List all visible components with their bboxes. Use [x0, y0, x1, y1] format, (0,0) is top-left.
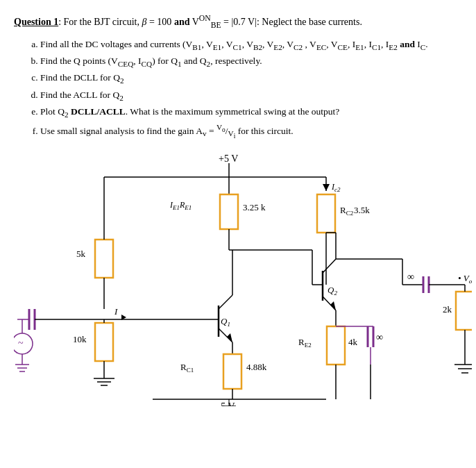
circuit-diagram: +5 V IE1RE1 3.25 k Ic2 RC2 3.5k	[14, 149, 472, 406]
svg-line-40	[323, 259, 336, 273]
circuit-svg: +5 V IE1RE1 3.25 k Ic2 RC2 3.5k	[14, 149, 472, 406]
r1-resistor	[95, 240, 113, 278]
question-header: Question 1: For the BJT circuit, β = 100…	[14, 12, 462, 31]
re1-label: IE1RE1	[169, 200, 192, 211]
current-label: I	[114, 306, 118, 317]
ic2-arrow	[323, 184, 330, 191]
re2-resistor	[327, 326, 345, 365]
part-e: Plot Q2 DCLL/ACLL. What is the maximum s…	[40, 104, 462, 121]
vo-label: • Vo	[458, 273, 472, 285]
svg-text:~: ~	[18, 338, 24, 349]
r2-label: 10k	[73, 334, 87, 344]
part-a: Find all the DC voltages and currents (V…	[40, 37, 462, 53]
re2-label: RE2	[298, 337, 312, 349]
bypass-cap-label: ∞	[376, 332, 383, 342]
r2-resistor	[95, 323, 113, 361]
rc1-resistor	[223, 354, 241, 389]
rc2-value: 3.5k	[354, 205, 370, 215]
ic2-label: Ic2	[331, 182, 341, 193]
rc1-label: RC1	[180, 362, 194, 374]
output-cap-label: ∞	[407, 271, 414, 282]
question-text: : For the BJT circuit, β = 100 and VONBE…	[58, 17, 362, 27]
q1-label: Q1	[221, 316, 230, 328]
re1-resistor	[220, 194, 238, 229]
rc1-value: 4.88k	[246, 362, 267, 372]
vcc-label: +5 V	[219, 153, 238, 164]
part-c: Find the DCLL for Q2	[40, 70, 462, 87]
re2-value: 4k	[348, 337, 358, 347]
r1-label: 5k	[76, 249, 86, 259]
question-label: Question 1	[14, 17, 58, 27]
rout-value: 2k	[443, 304, 452, 315]
part-b: Find the Q points (VCEQ, ICQ) for Q1 and…	[40, 53, 462, 70]
page: Question 1: For the BJT circuit, β = 100…	[0, 0, 476, 413]
rout-resistor	[456, 292, 472, 330]
rc2-label: RC2	[340, 205, 353, 217]
part-f: Use small signal analysis to find the ga…	[40, 121, 462, 142]
rc2-resistor	[317, 194, 335, 233]
svg-line-27	[219, 295, 232, 309]
re1-value: 3.25 k	[243, 202, 266, 212]
sub-items-list: Find all the DC voltages and currents (V…	[28, 37, 462, 142]
vee-label: - 5 V	[215, 401, 235, 406]
part-d: Find the ACLL for Q2	[40, 87, 462, 104]
q2-label: Q2	[328, 285, 337, 296]
